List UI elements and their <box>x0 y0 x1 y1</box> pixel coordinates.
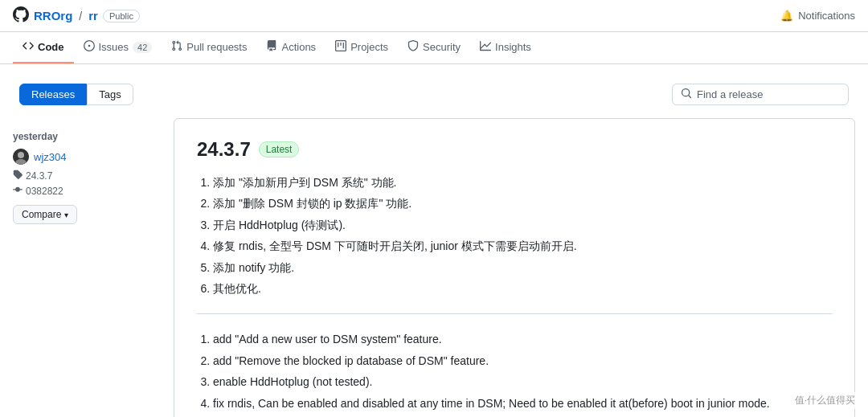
tab-code[interactable]: Code <box>13 32 74 63</box>
release-sidebar: yesterday wjz304 24.3.7 <box>13 118 174 417</box>
release-items-zh-list: 添加 "添加新用户到 DSM 系统" 功能. 添加 "删除 DSM 封锁的 ip… <box>197 174 832 297</box>
projects-icon <box>335 40 346 54</box>
list-item: enable HddHotplug (not tested). <box>213 373 832 390</box>
tab-issues[interactable]: Issues 42 <box>74 32 162 63</box>
svg-point-1 <box>15 159 27 165</box>
tab-issues-label: Issues <box>99 41 129 53</box>
repo-separator: / <box>79 10 82 22</box>
code-icon <box>23 40 34 54</box>
toggle-group: Releases Tags <box>19 84 133 105</box>
list-item: 修复 rndis, 全型号 DSM 下可随时开启关闭, junior 模式下需要… <box>213 237 832 255</box>
release-toggle-bar: Releases Tags <box>13 84 855 105</box>
actions-icon <box>266 40 277 54</box>
release-card: 24.3.7 Latest 添加 "添加新用户到 DSM 系统" 功能. 添加 … <box>174 118 855 417</box>
release-author: wjz304 <box>13 149 161 165</box>
svg-point-0 <box>18 152 24 158</box>
release-date: yesterday <box>13 131 161 142</box>
tab-pull-requests[interactable]: Pull requests <box>162 32 256 63</box>
tags-toggle-button[interactable]: Tags <box>87 84 133 105</box>
main-content: Releases Tags yesterday wjz304 <box>0 64 868 417</box>
issues-icon <box>84 40 95 54</box>
tab-actions[interactable]: Actions <box>256 32 326 63</box>
github-icon <box>13 6 29 25</box>
list-item: 其他优化. <box>213 280 832 297</box>
release-version: 24.3.7 <box>197 138 251 161</box>
org-name[interactable]: RROrg <box>34 9 72 22</box>
list-item: 开启 HddHotplug (待测试). <box>213 216 832 234</box>
repo-name[interactable]: rr <box>88 9 98 22</box>
release-list: yesterday wjz304 24.3.7 <box>13 118 855 417</box>
author-name[interactable]: wjz304 <box>34 151 66 163</box>
tab-actions-label: Actions <box>281 41 316 53</box>
pr-icon <box>171 40 182 54</box>
insights-icon <box>480 40 491 54</box>
tab-projects[interactable]: Projects <box>326 32 398 63</box>
release-body-zh: 添加 "添加新用户到 DSM 系统" 功能. 添加 "删除 DSM 封锁的 ip… <box>197 174 832 297</box>
compare-label: Compare <box>22 209 61 220</box>
commit-value: 0382822 <box>26 186 63 197</box>
list-item: 添加 "添加新用户到 DSM 系统" 功能. <box>213 174 832 191</box>
compare-button[interactable]: Compare ▾ <box>13 205 77 224</box>
latest-badge: Latest <box>259 141 300 157</box>
search-release-input[interactable] <box>697 88 840 100</box>
search-icon <box>681 88 692 101</box>
repo-header: RROrg / rr Public <box>13 6 140 25</box>
commit-icon <box>13 185 23 197</box>
release-header: 24.3.7 Latest <box>197 138 832 161</box>
tab-security[interactable]: Security <box>398 32 470 63</box>
release-body-en: add "Add a new user to DSM system" featu… <box>197 330 832 417</box>
release-commit: 0382822 <box>13 185 161 197</box>
nav-tabs: Code Issues 42 Pull requests Actions Pro… <box>0 32 868 64</box>
release-divider <box>197 313 832 314</box>
tab-insights-label: Insights <box>495 41 531 53</box>
tag-value: 24.3.7 <box>26 170 52 182</box>
avatar <box>13 149 29 165</box>
bell-icon: 🔔 <box>780 10 793 22</box>
topbar: RROrg / rr Public 🔔 Notifications <box>0 0 868 32</box>
tab-insights[interactable]: Insights <box>470 32 541 63</box>
issues-count: 42 <box>133 42 152 53</box>
tag-icon <box>13 170 23 182</box>
list-item: fix rndis, Can be enabled and disabled a… <box>213 395 832 412</box>
search-release-container <box>672 84 849 105</box>
chevron-down-icon: ▾ <box>64 211 68 219</box>
releases-toggle-button[interactable]: Releases <box>19 84 87 105</box>
list-item: 添加 notify 功能. <box>213 259 832 276</box>
release-tag: 24.3.7 <box>13 170 161 182</box>
tab-pr-label: Pull requests <box>186 41 247 53</box>
release-items-en-list: add "Add a new user to DSM system" featu… <box>197 330 832 417</box>
tab-security-label: Security <box>423 41 461 53</box>
tab-code-label: Code <box>38 41 64 53</box>
list-item: add "Remove the blocked ip database of D… <box>213 352 832 370</box>
security-icon <box>407 40 419 54</box>
notifications-label[interactable]: Notifications <box>798 10 855 22</box>
tab-projects-label: Projects <box>350 41 388 53</box>
list-item: add "Add a new user to DSM system" featu… <box>213 330 832 348</box>
visibility-badge: Public <box>103 10 140 22</box>
topbar-right: 🔔 Notifications <box>780 10 855 22</box>
list-item: 添加 "删除 DSM 封锁的 ip 数据库" 功能. <box>213 194 832 212</box>
